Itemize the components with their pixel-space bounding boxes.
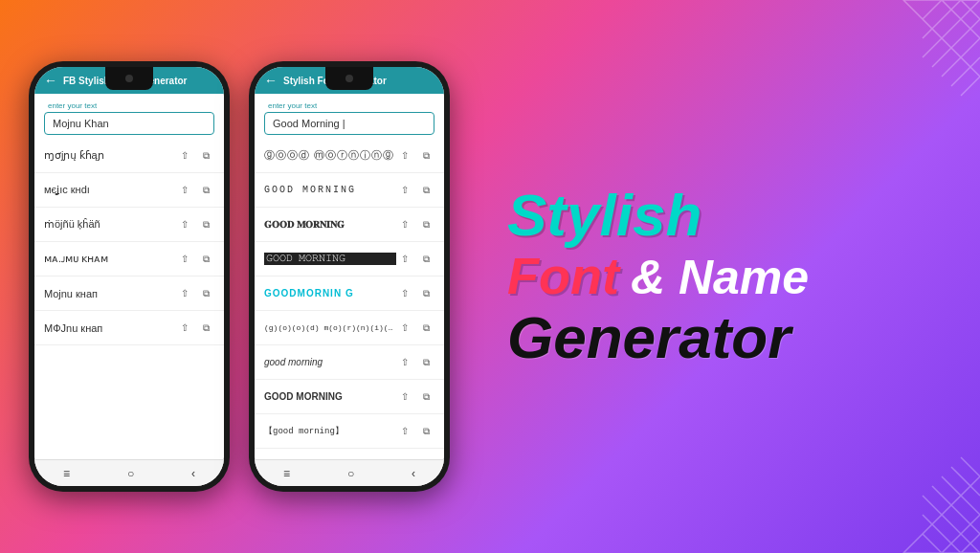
svg-line-13	[923, 534, 942, 553]
nav-home-icon-2[interactable]: ○	[347, 467, 354, 480]
copy-btn[interactable]: ⧉	[417, 251, 434, 268]
share-btn[interactable]: ⇧	[176, 147, 193, 165]
list-item: 【good morning】 ⇧ ⧉	[255, 414, 444, 449]
font-text: GOOD MORNING	[264, 185, 396, 195]
list-item: ɱơjɲų ƙɦąɲ ⇧ ⧉	[34, 139, 224, 173]
phone-1-input-area: enter your text	[34, 94, 224, 139]
list-item: 𝐆𝐎𝐎𝐃 𝐌𝐎𝐑𝐍𝐈𝐍𝐆 ⇧ ⧉	[255, 208, 444, 242]
phone-2-input-area: enter your text	[255, 94, 444, 139]
phone-2: ← Stylish Font Generator enter your text…	[249, 61, 450, 492]
back-arrow-2[interactable]: ←	[264, 73, 278, 88]
svg-line-12	[923, 515, 961, 553]
svg-line-8	[932, 486, 980, 534]
font-text: ⓖⓞⓞⓓ ⓜⓞⓡⓝⓘⓝⓖ	[264, 148, 396, 163]
list-item: ġööð möŕñïñġ ⇧ ⧉	[255, 449, 444, 459]
svg-line-1	[932, 19, 980, 67]
copy-btn[interactable]: ⧉	[417, 320, 434, 337]
share-btn[interactable]: ⇧	[176, 251, 193, 268]
back-arrow-1[interactable]: ←	[44, 73, 57, 88]
list-item: (g)(o)(o)(d) m(o)(r)(n)(i)(n)(g) ⇧ ⧉	[255, 311, 444, 345]
share-btn[interactable]: ⇧	[396, 216, 413, 233]
font-text: (g)(o)(o)(d) m(o)(r)(n)(i)(n)(g)	[264, 323, 396, 332]
hero-text-area: Stylish Font & Name Generator	[479, 164, 980, 389]
hero-font-word: Font	[507, 248, 619, 304]
font-text: 𝙶𝙾𝙾𝙳 𝙼𝙾𝚁𝙽𝙸𝙽𝙶	[264, 253, 396, 265]
hero-amp-word: & Name	[631, 252, 809, 304]
font-text: ᴍᴀ.ᴊᴍᴜ ᴋʜᴀᴍ	[44, 253, 176, 265]
font-text: GOOD MORNING	[264, 391, 396, 402]
phone-2-bottom-nav: ≡ ○ ‹	[255, 459, 444, 486]
copy-btn[interactable]: ⧉	[197, 251, 214, 268]
font-actions: ⇧ ⧉	[176, 285, 214, 302]
hero-line-generator: Generator	[507, 305, 791, 370]
list-item: мєʝıc кнdı ⇧ ⧉	[34, 173, 224, 208]
list-item: GOODMORNIN G ⇧ ⧉	[255, 276, 444, 311]
share-btn[interactable]: ⇧	[396, 388, 413, 406]
font-actions: ⇧ ⧉	[396, 388, 434, 406]
list-item: GOOD MORNING ⇧ ⧉	[255, 173, 444, 208]
copy-btn[interactable]: ⧉	[197, 320, 214, 337]
font-actions: ⇧ ⧉	[176, 182, 214, 199]
hero-line-stylish: Stylish	[507, 183, 702, 248]
list-item: 𝙶𝙾𝙾𝙳 𝙼𝙾𝚁𝙽𝙸𝙽𝙶 ⇧ ⧉	[255, 242, 444, 276]
font-actions: ⇧ ⧉	[176, 320, 214, 337]
font-actions: ⇧ ⧉	[396, 182, 434, 199]
copy-btn[interactable]: ⧉	[417, 423, 434, 440]
text-input-2[interactable]	[264, 112, 434, 135]
share-btn[interactable]: ⇧	[176, 285, 193, 302]
copy-btn[interactable]: ⧉	[417, 388, 434, 406]
copy-btn[interactable]: ⧉	[197, 182, 214, 199]
font-text: ɱơjɲų ƙɦąɲ	[44, 149, 176, 162]
copy-btn[interactable]: ⧉	[417, 216, 434, 233]
share-btn[interactable]: ⇧	[176, 216, 193, 233]
font-actions: ⇧ ⧉	[396, 147, 434, 165]
phone-1-font-list: ɱơjɲų ƙɦąɲ ⇧ ⧉ мєʝıc кнdı ⇧ ⧉ ṁöjñü ķĥäñ	[34, 139, 224, 459]
text-input-1[interactable]	[44, 112, 214, 135]
copy-btn[interactable]: ⧉	[417, 182, 434, 199]
font-actions: ⇧ ⧉	[396, 251, 434, 268]
nav-back-icon[interactable]: ‹	[191, 467, 195, 480]
input-label-1: enter your text	[48, 101, 214, 110]
phone-1-notch	[105, 67, 153, 90]
share-btn[interactable]: ⇧	[396, 182, 413, 199]
svg-line-4	[961, 77, 980, 96]
phone-2-inner: ← Stylish Font Generator enter your text…	[255, 67, 444, 486]
font-text: ṁöjñü ķĥäñ	[44, 218, 176, 231]
share-btn[interactable]: ⇧	[396, 285, 413, 302]
font-text: 【good morning】	[264, 425, 396, 437]
list-item: MФJnu кнап ⇧ ⧉	[34, 311, 224, 345]
phone-2-font-list: ⓖⓞⓞⓓ ⓜⓞⓡⓝⓘⓝⓖ ⇧ ⧉ GOOD MORNING ⇧ ⧉ 𝐆𝐎𝐎𝐃 𝐌…	[255, 139, 444, 459]
copy-btn[interactable]: ⧉	[197, 285, 214, 302]
copy-btn[interactable]: ⧉	[197, 147, 214, 165]
camera-dot	[125, 75, 133, 82]
nav-back-icon-2[interactable]: ‹	[412, 467, 415, 480]
copy-btn[interactable]: ⧉	[417, 354, 434, 371]
copy-btn[interactable]: ⧉	[417, 285, 434, 302]
hero-line-font-name: Font & Name	[507, 248, 809, 304]
svg-line-5	[923, 0, 961, 38]
share-btn[interactable]: ⇧	[396, 147, 413, 165]
list-item: good morning ⇧ ⧉	[255, 345, 444, 380]
font-actions: ⇧ ⧉	[396, 285, 434, 302]
share-btn[interactable]: ⇧	[396, 320, 413, 337]
phone-1-bottom-nav: ≡ ○ ‹	[34, 459, 224, 486]
copy-btn[interactable]: ⧉	[197, 216, 214, 233]
nav-menu-icon-2[interactable]: ≡	[283, 467, 290, 480]
phone-1: ← FB Stylish Name Generator enter your t…	[29, 61, 230, 492]
list-item: ⓖⓞⓞⓓ ⓜⓞⓡⓝⓘⓝⓖ ⇧ ⧉	[255, 139, 444, 173]
list-item: ṁöjñü ķĥäñ ⇧ ⧉	[34, 208, 224, 242]
share-btn[interactable]: ⇧	[176, 182, 193, 199]
font-actions: ⇧ ⧉	[176, 251, 214, 268]
list-item: Mojnu кнап ⇧ ⧉	[34, 276, 224, 311]
font-text: мєʝıc кнdı	[44, 184, 176, 196]
svg-line-6	[923, 0, 942, 19]
share-btn[interactable]: ⇧	[396, 423, 413, 440]
phones-area: ← FB Stylish Name Generator enter your t…	[0, 0, 479, 553]
share-btn[interactable]: ⇧	[396, 354, 413, 371]
copy-btn[interactable]: ⧉	[417, 147, 434, 165]
svg-line-11	[961, 457, 980, 476]
share-btn[interactable]: ⇧	[176, 320, 193, 337]
nav-menu-icon[interactable]: ≡	[63, 467, 70, 480]
nav-home-icon[interactable]: ○	[127, 467, 134, 480]
share-btn[interactable]: ⇧	[396, 251, 413, 268]
